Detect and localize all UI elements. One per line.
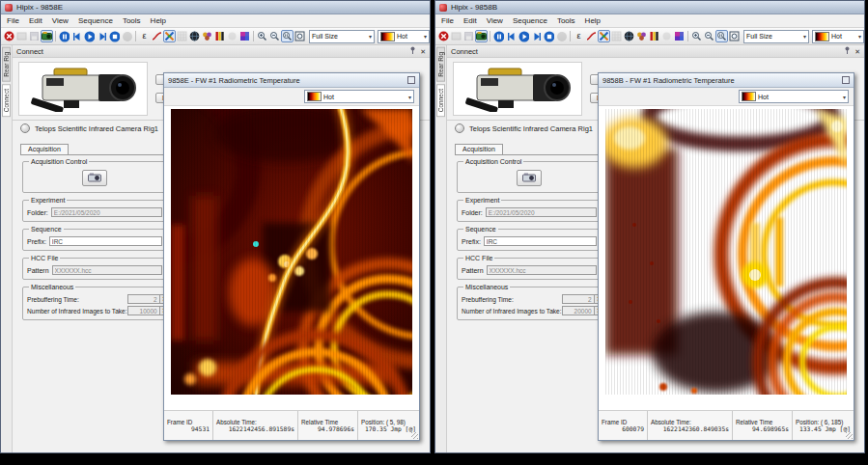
zoom-level-select[interactable]: Full Size▾ xyxy=(743,30,809,43)
abort-icon[interactable] xyxy=(3,30,15,42)
stop-icon[interactable] xyxy=(108,30,121,42)
step-back-icon[interactable] xyxy=(505,30,518,42)
viewer-status-bar: Frame ID 94531 Absolute Time: 1622142456… xyxy=(164,410,419,440)
side-tab-rear-rig[interactable]: Rear Rig xyxy=(2,47,11,82)
tab-acquisition[interactable]: Acquisition xyxy=(455,144,503,154)
thermal-image[interactable] xyxy=(171,109,412,395)
menu-help[interactable]: Help xyxy=(585,16,601,25)
play-icon[interactable] xyxy=(83,30,96,42)
viewer-titlebar[interactable]: 9858E - FW #1 Radiometric Temperature xyxy=(164,73,419,88)
folder-field[interactable] xyxy=(486,207,597,217)
maximize-icon[interactable] xyxy=(407,76,415,84)
histogram-icon[interactable] xyxy=(648,30,660,42)
menu-view[interactable]: View xyxy=(487,16,503,25)
pause-icon[interactable] xyxy=(492,30,505,42)
menu-view[interactable]: View xyxy=(52,16,69,25)
pixel-wizard-icon[interactable] xyxy=(163,30,176,42)
window-titlebar[interactable]: Hipix - 9858E xyxy=(1,1,430,14)
zoom-out-icon[interactable] xyxy=(703,30,715,42)
save-icon[interactable] xyxy=(28,30,41,42)
viewer-colormap-select[interactable]: Hot ▾ xyxy=(304,90,414,103)
pixel-wizard-icon[interactable] xyxy=(598,30,610,42)
colormap-icon[interactable] xyxy=(673,30,686,42)
viewer-content xyxy=(164,106,419,410)
step-back-icon[interactable] xyxy=(70,30,83,42)
menu-edit[interactable]: Edit xyxy=(463,16,477,25)
zoom-out-icon[interactable] xyxy=(268,30,281,42)
open-icon[interactable] xyxy=(15,30,28,42)
num-infrared-images-label: Number of Infrared Images to Take: xyxy=(462,308,562,315)
side-tab-rear-rig[interactable]: Rear Rig xyxy=(436,47,445,82)
menu-edit[interactable]: Edit xyxy=(29,16,42,25)
menu-tools[interactable]: Tools xyxy=(557,16,575,25)
stop-icon[interactable] xyxy=(543,30,555,42)
side-tab-connect[interactable]: Connect xyxy=(2,84,11,117)
menu-sequence[interactable]: Sequence xyxy=(78,16,113,25)
grid-icon[interactable] xyxy=(176,30,188,42)
connect-camera-icon[interactable] xyxy=(41,30,53,42)
palette-icon[interactable] xyxy=(201,30,213,42)
prefix-field[interactable] xyxy=(484,236,597,246)
calibration-curve-icon[interactable] xyxy=(151,30,163,42)
menu-file[interactable]: File xyxy=(7,16,19,25)
viewer-colormap-select[interactable]: Hot ▾ xyxy=(739,90,849,103)
epsilon-icon[interactable]: ε xyxy=(573,30,585,42)
connect-camera-icon[interactable] xyxy=(475,30,488,42)
colormap-select[interactable]: Hot▾ xyxy=(378,30,430,43)
pause-icon[interactable] xyxy=(58,30,70,42)
menu-file[interactable]: File xyxy=(441,16,454,25)
prefix-field[interactable] xyxy=(49,236,162,246)
calibration-curve-icon[interactable] xyxy=(585,30,598,42)
position-value[interactable]: 133.45 Jmp [@] xyxy=(796,425,851,432)
tab-acquisition[interactable]: Acquisition xyxy=(20,144,69,154)
thermal-image[interactable] xyxy=(605,109,847,395)
globe-icon[interactable] xyxy=(623,30,635,42)
maximize-icon[interactable] xyxy=(842,76,850,84)
histogram-icon[interactable] xyxy=(213,30,226,42)
grid-icon[interactable] xyxy=(610,30,623,42)
menu-sequence[interactable]: Sequence xyxy=(513,16,547,25)
resize-grip[interactable] xyxy=(846,432,853,439)
play-icon[interactable] xyxy=(518,30,530,42)
absolute-time-label: Absolute Time: xyxy=(216,419,294,425)
zoom-fit-icon[interactable] xyxy=(728,30,741,42)
palette-icon[interactable] xyxy=(635,30,648,42)
connect-panel-header: Connect ✕ xyxy=(447,45,864,58)
position-value[interactable]: 170.35 Jmp [@] xyxy=(361,425,416,432)
zoom-fit-icon[interactable] xyxy=(294,30,306,42)
close-icon[interactable]: ✕ xyxy=(854,48,860,55)
step-forward-icon[interactable] xyxy=(530,30,543,42)
start-acquisition-button[interactable] xyxy=(82,170,107,186)
overlay-icon[interactable] xyxy=(226,30,238,42)
close-icon[interactable]: ✕ xyxy=(420,48,426,55)
zoom-actual-size-icon[interactable] xyxy=(281,30,294,42)
pattern-field[interactable] xyxy=(487,265,597,275)
save-icon[interactable] xyxy=(462,30,475,42)
pin-icon[interactable] xyxy=(844,46,851,56)
menu-tools[interactable]: Tools xyxy=(123,16,141,25)
resize-grip[interactable] xyxy=(411,432,418,439)
step-forward-icon[interactable] xyxy=(96,30,108,42)
start-acquisition-button[interactable] xyxy=(517,170,542,186)
pin-icon[interactable] xyxy=(409,46,416,56)
globe-icon[interactable] xyxy=(188,30,201,42)
menu-help[interactable]: Help xyxy=(151,16,166,25)
zoom-in-icon[interactable] xyxy=(256,30,268,42)
viewer-titlebar[interactable]: 9858B - FW #1 Radiometric Temperature xyxy=(599,73,854,88)
record-icon[interactable] xyxy=(555,30,568,42)
zoom-actual-size-icon[interactable] xyxy=(715,30,728,42)
pattern-field[interactable] xyxy=(52,265,162,275)
record-icon[interactable] xyxy=(121,30,133,42)
colormap-select[interactable]: Hot▾ xyxy=(812,30,864,43)
window-titlebar[interactable]: Hipix - 9858B xyxy=(435,1,864,14)
overlay-icon[interactable] xyxy=(660,30,673,42)
abort-icon[interactable] xyxy=(437,30,450,42)
menu-bar: File Edit View Sequence Tools Help xyxy=(1,14,430,28)
colormap-icon[interactable] xyxy=(238,30,251,42)
epsilon-icon[interactable]: ε xyxy=(138,30,151,42)
open-icon[interactable] xyxy=(450,30,462,42)
zoom-in-icon[interactable] xyxy=(690,30,703,42)
folder-field[interactable] xyxy=(51,207,162,217)
zoom-level-select[interactable]: Full Size▾ xyxy=(309,30,375,43)
side-tab-connect[interactable]: Connect xyxy=(436,84,445,117)
